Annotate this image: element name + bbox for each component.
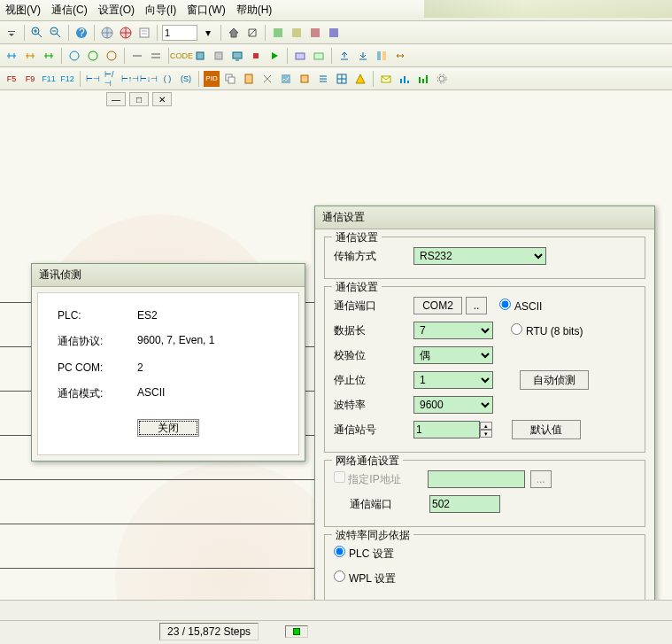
zoom-in-icon[interactable]: [29, 25, 45, 41]
tool-a-icon[interactable]: [270, 25, 286, 41]
bar1-icon[interactable]: [397, 71, 413, 87]
auto-detect-button[interactable]: 自动侦测: [520, 370, 589, 390]
group-title: 通信设置: [332, 280, 382, 295]
menu-help[interactable]: 帮助(H): [236, 3, 273, 18]
link-icon[interactable]: [392, 48, 408, 64]
detect-close-button[interactable]: 关闭: [137, 419, 199, 437]
svg-point-12: [89, 51, 97, 60]
pccom-label: PC COM:: [58, 361, 137, 374]
cut-icon[interactable]: [259, 71, 275, 87]
rung1-icon[interactable]: [129, 48, 145, 64]
warn-icon[interactable]: [352, 71, 368, 87]
tab2-icon[interactable]: [311, 48, 327, 64]
ascii-radio[interactable]: [499, 299, 511, 310]
note-icon[interactable]: [136, 25, 152, 41]
compare-icon[interactable]: [374, 48, 390, 64]
svg-rect-34: [426, 75, 428, 83]
func-f5-icon[interactable]: F5: [4, 71, 19, 87]
rung2-icon[interactable]: [148, 48, 164, 64]
help-icon[interactable]: ?: [73, 25, 89, 41]
baud-select[interactable]: 9600: [413, 396, 493, 414]
rtu-label: RTU (8 bits): [526, 325, 583, 338]
ladder2-icon[interactable]: [22, 48, 38, 64]
bar2-icon[interactable]: [415, 71, 431, 87]
datalen-select[interactable]: 7: [413, 322, 493, 339]
relay-up-icon[interactable]: ⊢↑⊣: [122, 71, 138, 87]
coil-icon[interactable]: ( ): [159, 71, 175, 87]
ladder3-icon[interactable]: [41, 48, 57, 64]
tool-d-icon[interactable]: [326, 25, 342, 41]
grid-icon[interactable]: [334, 71, 350, 87]
net-b-icon[interactable]: [85, 48, 101, 64]
toolbar-2: CODE: [0, 44, 672, 67]
default-button[interactable]: 默认值: [512, 420, 581, 439]
step-input[interactable]: [162, 25, 197, 41]
wpl-setting-radio[interactable]: [334, 570, 345, 582]
com-port-button[interactable]: COM2: [413, 297, 462, 314]
monitor-icon[interactable]: [229, 48, 245, 64]
block-icon[interactable]: [297, 71, 313, 87]
parity-select[interactable]: 偶: [413, 346, 493, 364]
end-icon[interactable]: [244, 25, 260, 41]
mail-icon[interactable]: [378, 71, 394, 87]
code-icon[interactable]: CODE: [174, 48, 189, 64]
tool-b-icon[interactable]: [289, 25, 305, 41]
func-f11-icon[interactable]: F11: [41, 71, 57, 87]
mdi-close-icon[interactable]: ✕: [152, 92, 172, 106]
rtu-radio[interactable]: [511, 323, 522, 335]
globe-red-icon[interactable]: [118, 25, 134, 41]
mdi-maximize-icon[interactable]: □: [129, 92, 149, 106]
ladder1-icon[interactable]: [4, 48, 19, 64]
svg-rect-6: [140, 28, 149, 37]
browse-port-button[interactable]: ..: [466, 297, 487, 314]
download-icon[interactable]: [355, 48, 371, 64]
pid-icon[interactable]: PID: [204, 71, 220, 87]
tab1-icon[interactable]: [292, 48, 308, 64]
net-port-input[interactable]: [429, 495, 500, 513]
menu-view[interactable]: 视图(V): [5, 3, 41, 18]
func-f9-icon[interactable]: F9: [22, 71, 38, 87]
menu-comm[interactable]: 通信(C): [51, 3, 88, 18]
relay-no-icon[interactable]: ⊢⊣: [85, 71, 101, 87]
dropdown-icon[interactable]: [4, 25, 19, 41]
net-c-icon[interactable]: [104, 48, 120, 64]
offline-icon[interactable]: [211, 48, 227, 64]
relay-nc-icon[interactable]: ⊢/⊣: [104, 71, 120, 87]
protocol-label: 通信协议:: [58, 334, 137, 349]
menu-option[interactable]: 设置(O): [98, 3, 135, 18]
net-a-icon[interactable]: [66, 48, 82, 64]
menu-window[interactable]: 窗口(W): [187, 3, 225, 18]
relay-dn-icon[interactable]: ⊢↓⊣: [141, 71, 157, 87]
func-f12-icon[interactable]: F12: [59, 71, 75, 87]
dropdown2-icon[interactable]: ▾: [200, 25, 216, 41]
plc-setting-radio[interactable]: [334, 546, 345, 557]
transfer-label: 传输方式: [334, 249, 413, 264]
ip-browse-button: ...: [530, 470, 552, 488]
chart-icon[interactable]: [278, 71, 294, 87]
transfer-select[interactable]: RS232: [413, 247, 546, 265]
globe-icon[interactable]: [99, 25, 115, 41]
copy-icon[interactable]: [222, 71, 238, 87]
stopbit-label: 停止位: [334, 373, 413, 388]
zoom-out-icon[interactable]: [48, 25, 64, 41]
run-icon[interactable]: [266, 48, 282, 64]
upload-icon[interactable]: [336, 48, 352, 64]
comm-settings-dialog: 通信设置 通信设置 传输方式 RS232 通信设置 通信端口 COM2 .. A…: [314, 206, 655, 644]
stopbit-select[interactable]: 1: [413, 371, 493, 389]
coil-set-icon[interactable]: (S): [178, 71, 194, 87]
group-baud-sync: 波特率同步依据 PLC 设置 WPL 设置: [324, 534, 645, 601]
list-icon[interactable]: [315, 71, 331, 87]
paste-icon[interactable]: [241, 71, 257, 87]
gear-icon[interactable]: [434, 71, 450, 87]
home-icon[interactable]: [226, 25, 242, 41]
stop-icon[interactable]: [248, 48, 264, 64]
online-icon[interactable]: [192, 48, 208, 64]
station-input[interactable]: [413, 421, 480, 438]
mdi-minimize-icon[interactable]: —: [106, 92, 126, 106]
svg-rect-15: [215, 52, 222, 59]
ascii-label: ASCII: [514, 300, 542, 313]
menu-wizard[interactable]: 向导(I): [145, 3, 176, 18]
tool-c-icon[interactable]: [307, 25, 323, 41]
station-spinner[interactable]: ▴▾: [480, 422, 492, 438]
work-area: — □ ✕ 通讯侦测 PLC:ES2 通信协议:9600, 7, Even, 1…: [0, 90, 672, 622]
